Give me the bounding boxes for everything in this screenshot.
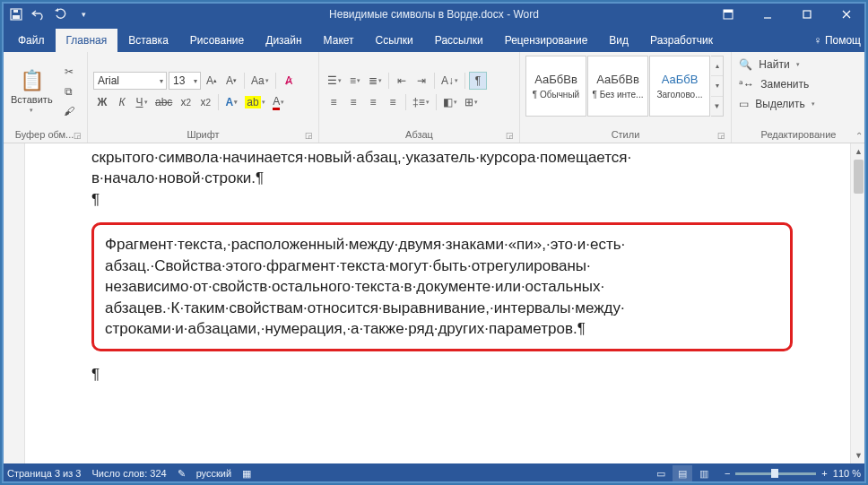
justify-icon[interactable]: ≡ — [384, 93, 402, 111]
word-count[interactable]: Число слов: 324 — [91, 468, 166, 479]
grow-font-icon[interactable]: A▴ — [203, 72, 221, 90]
group-label: Шрифт◲ — [93, 127, 313, 141]
web-layout-icon[interactable]: ▥ — [694, 465, 714, 481]
clear-formatting-icon[interactable]: A̷ — [280, 72, 298, 90]
underline-button[interactable]: Ч — [133, 93, 151, 111]
style-no-spacing[interactable]: АаБбВв ¶ Без инте... — [587, 56, 648, 117]
multilevel-list-icon[interactable]: ≣ — [366, 72, 385, 90]
maximize-icon[interactable] — [787, 2, 827, 27]
gallery-scroll[interactable]: ▴▾▼ — [711, 56, 724, 117]
decrease-indent-icon[interactable]: ⇤ — [393, 72, 411, 90]
macro-icon[interactable]: ▦ — [242, 468, 251, 480]
italic-button[interactable]: К — [113, 93, 131, 111]
shrink-font-icon[interactable]: A▾ — [222, 72, 240, 90]
borders-icon[interactable]: ⊞ — [462, 93, 481, 111]
view-buttons: ▭ ▤ ▥ — [651, 465, 714, 481]
page: скрытого·символа·начинается·новый·абзац,… — [79, 147, 805, 385]
tab-review[interactable]: Рецензирование — [494, 29, 599, 52]
ribbon-display-options-icon[interactable] — [708, 2, 748, 27]
tab-draw[interactable]: Рисование — [179, 29, 255, 52]
dialog-launcher-icon[interactable]: ◲ — [506, 131, 514, 140]
bold-button[interactable]: Ж — [93, 93, 111, 111]
vertical-ruler[interactable] — [2, 143, 25, 463]
minimize-icon[interactable] — [748, 2, 787, 27]
zoom-level[interactable]: 110 % — [833, 468, 861, 479]
copy-icon[interactable]: ⧉ — [60, 82, 78, 100]
scroll-track[interactable] — [851, 160, 866, 447]
print-layout-icon[interactable]: ▤ — [673, 465, 692, 481]
group-label: Абзац◲ — [325, 127, 514, 141]
save-icon[interactable] — [5, 4, 27, 24]
replace-button[interactable]: ᵃ↔ Заменить — [737, 75, 817, 93]
find-button[interactable]: 🔍 Найти ▾ — [737, 56, 817, 74]
sort-icon[interactable]: A↓ — [438, 72, 461, 90]
select-icon: ▭ — [739, 98, 749, 110]
align-left-icon[interactable]: ≡ — [325, 93, 343, 111]
format-painter-icon[interactable]: 🖌 — [60, 102, 78, 120]
paste-button[interactable]: 📋 Вставить ▾ — [7, 56, 56, 127]
zoom-knob[interactable] — [771, 469, 778, 478]
language-indicator[interactable]: русский — [196, 468, 231, 479]
tab-design[interactable]: Дизайн — [255, 29, 312, 52]
tab-insert[interactable]: Вставка — [117, 29, 179, 52]
collapse-ribbon-icon[interactable]: ⌃ — [855, 131, 863, 141]
tab-file[interactable]: Файл — [7, 29, 56, 52]
numbering-icon[interactable]: ≡ — [346, 72, 364, 90]
text-line: Фрагмент·текста,·расположенный·между·дву… — [105, 234, 779, 255]
change-case-icon[interactable]: Aa — [248, 72, 272, 90]
show-hide-marks-icon[interactable]: ¶ — [469, 72, 487, 90]
close-icon[interactable] — [827, 2, 866, 27]
align-right-icon[interactable]: ≡ — [364, 93, 382, 111]
highlight-icon[interactable]: ab — [242, 93, 267, 111]
svg-rect-4 — [724, 10, 733, 13]
style-heading1[interactable]: АаБбВ Заголово... — [649, 56, 710, 117]
zoom-slider[interactable] — [735, 472, 816, 475]
page-indicator[interactable]: Страница 3 из 3 — [7, 468, 81, 479]
dialog-launcher-icon[interactable]: ◲ — [305, 131, 313, 140]
select-button[interactable]: ▭ Выделить ▾ — [737, 95, 817, 113]
zoom-in-icon[interactable]: + — [821, 468, 827, 479]
vertical-scrollbar[interactable]: ▲ ▼ — [850, 143, 866, 463]
line-spacing-icon[interactable]: ‡≡ — [410, 93, 432, 111]
document-canvas[interactable]: скрытого·символа·начинается·новый·абзац,… — [25, 143, 850, 463]
zoom-out-icon[interactable]: − — [725, 468, 730, 479]
highlight-box: Фрагмент·текста,·расположенный·между·дву… — [91, 222, 793, 351]
strikethrough-icon[interactable]: abc — [152, 93, 175, 111]
styles-gallery[interactable]: АаБбВв ¶ Обычный АаБбВв ¶ Без инте... Аа… — [525, 56, 724, 117]
align-center-icon[interactable]: ≡ — [344, 93, 362, 111]
subscript-icon[interactable]: x2 — [177, 93, 195, 111]
dialog-launcher-icon[interactable]: ◲ — [74, 131, 82, 140]
tab-view[interactable]: Вид — [598, 29, 639, 52]
redo-icon[interactable] — [50, 4, 72, 24]
increase-indent-icon[interactable]: ⇥ — [412, 72, 430, 90]
pilcrow: ¶ — [91, 364, 793, 385]
tab-layout[interactable]: Макет — [313, 29, 365, 52]
qat-customize-icon[interactable]: ▾ — [73, 4, 94, 24]
body-text[interactable]: скрытого·символа·начинается·новый·абзац,… — [79, 147, 805, 385]
tab-references[interactable]: Ссылки — [365, 29, 424, 52]
text-line: в·начало·новой·строки.¶ — [91, 168, 793, 188]
status-bar: Страница 3 из 3 Число слов: 324 ✎ русски… — [2, 463, 866, 483]
spellcheck-icon[interactable]: ✎ — [178, 468, 186, 480]
shading-icon[interactable]: ◧ — [440, 93, 460, 111]
tab-home[interactable]: Главная — [56, 29, 118, 52]
scroll-up-icon[interactable]: ▲ — [851, 143, 866, 160]
document-area: скрытого·символа·начинается·новый·абзац,… — [2, 143, 866, 463]
font-name-combo[interactable]: Arial — [93, 72, 167, 90]
font-color-icon[interactable]: A — [270, 93, 288, 111]
font-size-combo[interactable]: 13 — [169, 72, 201, 90]
scroll-thumb[interactable] — [854, 160, 864, 194]
scroll-down-icon[interactable]: ▼ — [851, 447, 866, 463]
bullets-icon[interactable]: ☰ — [325, 72, 344, 90]
cut-icon[interactable]: ✂ — [60, 63, 78, 81]
tab-mailings[interactable]: Рассылки — [424, 29, 494, 52]
superscript-icon[interactable]: x2 — [196, 93, 214, 111]
undo-icon[interactable] — [28, 4, 49, 24]
svg-rect-6 — [803, 11, 811, 18]
text-effects-icon[interactable]: A — [222, 93, 240, 111]
style-normal[interactable]: АаБбВв ¶ Обычный — [525, 56, 586, 117]
dialog-launcher-icon[interactable]: ◲ — [717, 131, 725, 140]
tab-developer[interactable]: Разработчик — [639, 29, 724, 52]
read-mode-icon[interactable]: ▭ — [651, 465, 671, 481]
tab-help[interactable]: ♀ Помощ — [803, 29, 866, 52]
